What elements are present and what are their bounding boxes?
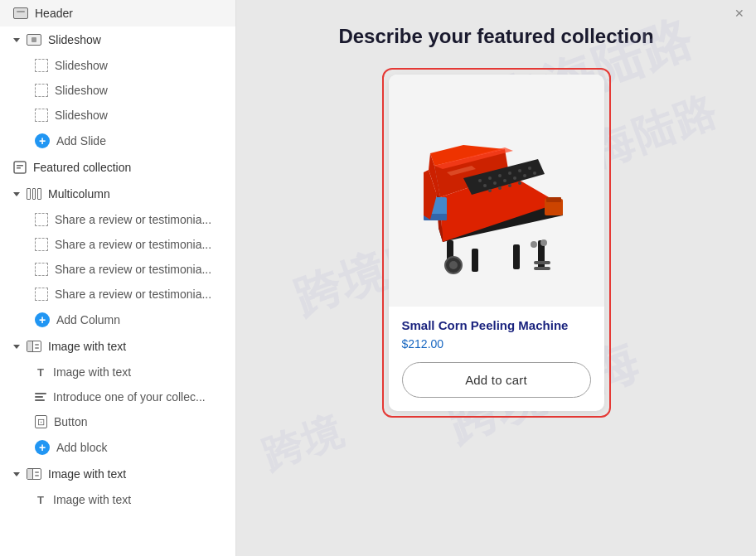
chevron-down-icon [13,38,20,42]
sidebar-child-button[interactable]: ⊡ Button [0,409,235,434]
sidebar-add-column[interactable]: + Add Column [0,307,235,333]
add-column-label: Add Column [56,313,120,326]
svg-point-18 [493,181,497,185]
image-with-text-1-label: Image with text [48,340,126,353]
chevron-down-icon [13,345,20,349]
placeholder-icon [35,84,48,97]
add-icon: + [35,133,50,148]
add-icon: + [35,440,50,455]
chevron-down-icon [13,472,20,476]
page-heading: Describe your featured collection [338,25,653,48]
slideshow-child-3-label: Slideshow [55,109,108,122]
sidebar-child-image-text-1[interactable]: T Image with text [0,360,235,384]
svg-point-13 [498,174,502,177]
featured-collection-label: Featured collection [33,161,131,174]
svg-rect-30 [546,197,561,202]
product-price: $212.00 [402,337,591,351]
sidebar-section-image-with-text-2[interactable]: Image with text [0,461,235,487]
sidebar-child-slideshow-1[interactable]: Slideshow [0,53,235,78]
svg-point-25 [508,184,511,187]
svg-point-16 [528,167,531,170]
sidebar-header-label: Header [35,7,73,20]
sidebar-child-image-with-text-2-1[interactable]: T Image with text [0,487,235,512]
multicolumn-child-2-label: Share a review or testimonia... [55,238,211,251]
text-icon: T [35,494,46,506]
svg-point-12 [488,176,492,180]
product-card: Small Corn Peeling Machine $212.00 Add t… [389,75,604,411]
svg-rect-1 [17,165,23,167]
svg-point-21 [523,174,526,177]
sidebar-section-image-with-text-1[interactable]: Image with text [0,333,235,360]
image-with-text-2-label: Image with text [48,467,126,481]
add-slide-label: Add Slide [56,134,106,147]
button-child-label: Button [54,415,87,428]
placeholder-icon [35,109,48,122]
svg-rect-5 [472,249,478,272]
add-icon: + [35,312,50,327]
main-content: 跨境出海陆路 跨境出海陆路 跨境出海 出海陆路 跨境 Describe your… [236,0,756,556]
header-icon [13,7,28,19]
sidebar-section-multicolumn[interactable]: Multicolumn [0,181,235,207]
slideshow-child-2-label: Slideshow [55,84,108,97]
image-text-child-1-label: Image with text [53,365,131,379]
sidebar-item-featured-collection[interactable]: Featured collection [0,154,235,181]
product-card-wrapper: Small Corn Peeling Machine $212.00 Add t… [382,68,611,418]
multicolumn-child-3-label: Share a review or testimonia... [55,263,211,276]
sidebar-child-slideshow-2[interactable]: Slideshow [0,78,235,103]
svg-point-22 [533,172,536,175]
multicolumn-icon [27,188,41,200]
svg-rect-6 [513,244,520,269]
svg-rect-10 [534,267,550,270]
multicolumn-child-1-label: Share a review or testimonia... [55,213,211,226]
sidebar-item-header[interactable]: Header [0,0,235,27]
sidebar-child-multicolumn-3[interactable]: Share a review or testimonia... [0,257,235,282]
sidebar-child-multicolumn-2[interactable]: Share a review or testimonia... [0,232,235,257]
button-icon: ⊡ [35,415,47,428]
sidebar-child-slideshow-3[interactable]: Slideshow [0,103,235,128]
add-block-label: Add block [56,441,107,454]
image-with-text-icon [27,341,41,352]
svg-point-32 [540,239,547,246]
lines-icon [35,393,46,401]
placeholder-icon [35,263,48,276]
placeholder-icon [35,238,48,251]
sidebar-add-slide[interactable]: + Add Slide [0,128,235,154]
product-image [405,99,588,282]
svg-rect-2 [17,167,21,169]
svg-point-24 [498,186,502,190]
svg-point-31 [531,241,537,248]
watermark-text: 跨境 [255,404,351,482]
slideshow-icon [27,34,41,46]
close-button[interactable]: ✕ [731,5,748,22]
featured-collection-icon [13,161,27,174]
svg-point-8 [449,261,458,269]
sidebar-add-block[interactable]: + Add block [0,434,235,461]
sidebar-child-multicolumn-1[interactable]: Share a review or testimonia... [0,207,235,232]
svg-point-19 [503,179,506,182]
svg-point-23 [488,189,492,192]
product-image-area [389,75,604,307]
svg-point-14 [508,172,511,175]
product-info: Small Corn Peeling Machine $212.00 Add t… [389,307,604,411]
svg-point-11 [478,179,482,182]
svg-rect-9 [534,261,550,264]
add-to-cart-button[interactable]: Add to cart [402,362,591,398]
sidebar: Header Slideshow Slideshow Slideshow Sli… [0,0,236,556]
placeholder-icon [35,288,48,301]
svg-point-15 [518,169,521,172]
slideshow-child-1-label: Slideshow [55,59,108,72]
sidebar-child-multicolumn-4[interactable]: Share a review or testimonia... [0,282,235,307]
chevron-down-icon [13,192,20,196]
image-with-text-2-child-1-label: Image with text [53,493,131,506]
multicolumn-child-4-label: Share a review or testimonia... [55,288,211,301]
image-text-child-2-label: Introduce one of your collec... [53,390,206,404]
text-icon: T [35,366,46,379]
placeholder-icon [35,213,48,226]
svg-point-17 [483,184,487,187]
placeholder-icon [35,59,48,72]
product-name: Small Corn Peeling Machine [402,318,591,332]
slideshow-section-label: Slideshow [48,33,101,46]
image-with-text-icon [27,468,41,480]
sidebar-child-image-text-2[interactable]: Introduce one of your collec... [0,384,235,409]
sidebar-section-slideshow[interactable]: Slideshow [0,27,235,53]
